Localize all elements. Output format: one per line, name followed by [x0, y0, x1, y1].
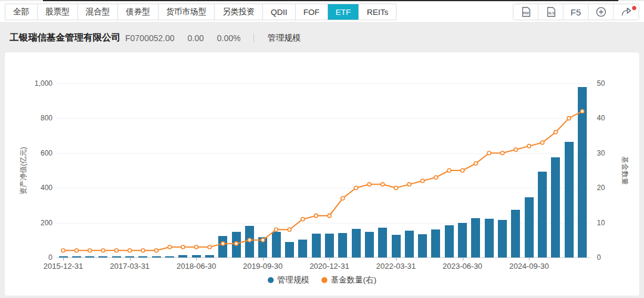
legend-dot-icon: [268, 277, 274, 283]
category-tabs: 全部股票型混合型债券型货币市场型另类投资QDIIFOFETFREITs: [5, 4, 397, 20]
line-point[interactable]: [367, 182, 371, 186]
line-point[interactable]: [514, 148, 518, 151]
pdf-export-icon: PDF: [520, 6, 532, 18]
tab-fof[interactable]: FOF: [296, 4, 328, 20]
line-point[interactable]: [314, 214, 318, 218]
export-toolbar: PDF XLS F5: [513, 4, 639, 20]
app-window: 全部股票型混合型债券型货币市场型另类投资QDIIFOFETFREITs PDF …: [0, 0, 644, 298]
line-point[interactable]: [580, 110, 584, 113]
company-name: 工银瑞信基金管理有限公司: [10, 32, 120, 44]
line-point[interactable]: [247, 238, 251, 242]
line-point[interactable]: [381, 182, 385, 186]
line-point[interactable]: [128, 249, 132, 252]
svg-text:XLS: XLS: [548, 11, 555, 15]
line-point[interactable]: [168, 245, 172, 249]
line-point[interactable]: [327, 214, 331, 218]
line-point[interactable]: [208, 245, 212, 249]
line-point[interactable]: [461, 169, 465, 172]
line-point[interactable]: [421, 179, 425, 183]
line-point[interactable]: [487, 151, 491, 155]
legend-dot-icon: [321, 277, 327, 283]
line-point[interactable]: [221, 242, 225, 246]
line-point[interactable]: [194, 245, 198, 249]
chart-legend: 管理规模基金数量(右): [5, 275, 639, 285]
tab-hybrid[interactable]: 混合型: [78, 4, 119, 20]
tab-all[interactable]: 全部: [5, 4, 38, 20]
company-header: 工银瑞信基金管理有限公司 F0700052.00 0.00 0.00% 管理规模: [0, 23, 644, 52]
tab-etf[interactable]: ETF: [328, 4, 360, 20]
tab-qdii[interactable]: QDII: [263, 4, 296, 20]
line-point[interactable]: [61, 249, 65, 252]
quote-value: 0.00: [188, 33, 204, 43]
line-point[interactable]: [301, 218, 305, 221]
line-point[interactable]: [527, 144, 531, 148]
line-point[interactable]: [114, 249, 118, 252]
legend-label: 管理规模: [277, 275, 309, 285]
category-tabstrip: 全部股票型混合型债券型货币市场型另类投资QDIIFOFETFREITs PDF …: [0, 1, 644, 23]
svg-text:PDF: PDF: [523, 11, 530, 15]
tab-reits[interactable]: REITs: [359, 4, 396, 20]
tab-equity[interactable]: 股票型: [38, 4, 78, 20]
line-point[interactable]: [154, 249, 158, 252]
tab-bond[interactable]: 债券型: [118, 4, 159, 20]
fund-count-line[interactable]: [57, 81, 589, 260]
line-point[interactable]: [141, 249, 145, 252]
line-point[interactable]: [181, 245, 185, 249]
header-divider: [253, 33, 254, 43]
line-point[interactable]: [274, 228, 278, 231]
line-path: [63, 111, 582, 251]
xls-export-icon: XLS: [545, 6, 557, 18]
xls-export-button[interactable]: XLS: [538, 4, 564, 20]
line-point[interactable]: [234, 242, 238, 246]
line-point[interactable]: [541, 141, 544, 144]
line-point[interactable]: [354, 186, 358, 190]
notification-badge: [632, 6, 636, 10]
legend-item[interactable]: 基金数量(右): [321, 275, 377, 285]
quote-change-percent: 0.00%: [217, 33, 241, 43]
line-point[interactable]: [407, 182, 411, 186]
legend-item[interactable]: 管理规模: [268, 275, 309, 285]
tab-alternative[interactable]: 另类投资: [215, 4, 263, 20]
line-point[interactable]: [554, 131, 558, 134]
pdf-export-button[interactable]: PDF: [513, 4, 538, 20]
share-icon: [620, 6, 633, 18]
line-point[interactable]: [434, 176, 438, 179]
tab-money-market[interactable]: 货币市场型: [159, 4, 215, 20]
line-point[interactable]: [88, 249, 92, 252]
line-point[interactable]: [101, 249, 105, 252]
line-point[interactable]: [394, 186, 398, 190]
legend-label: 基金数量(右): [331, 275, 377, 285]
company-code: F0700052.00: [125, 33, 175, 43]
line-point[interactable]: [287, 228, 291, 231]
refresh-f5-button[interactable]: F5: [564, 4, 589, 20]
line-point[interactable]: [261, 238, 265, 242]
line-point[interactable]: [341, 197, 345, 200]
share-button[interactable]: [614, 4, 639, 20]
line-point[interactable]: [75, 249, 78, 252]
line-point[interactable]: [474, 162, 478, 165]
add-icon: [595, 6, 607, 18]
view-label-aum[interactable]: 管理规模: [267, 33, 301, 44]
refresh-f5-label: F5: [571, 7, 581, 17]
line-point[interactable]: [447, 169, 451, 172]
line-point[interactable]: [501, 151, 504, 155]
add-button[interactable]: [589, 4, 614, 20]
line-point[interactable]: [567, 116, 571, 120]
